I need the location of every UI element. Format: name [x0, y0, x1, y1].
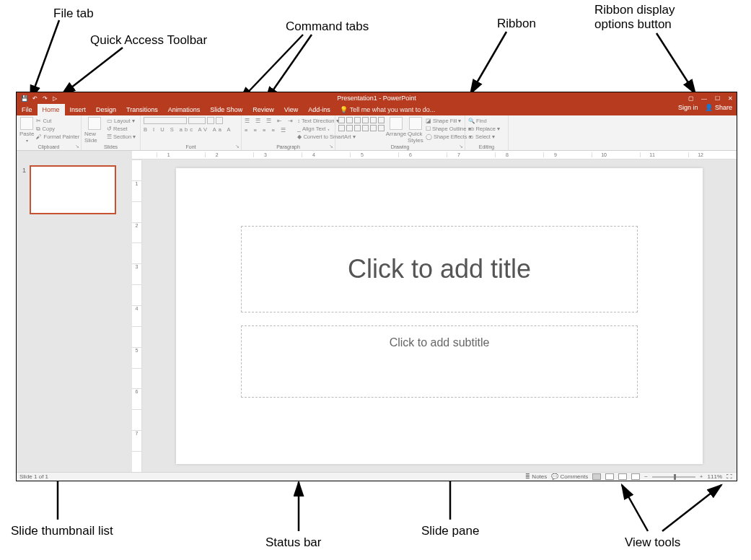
group-label-font: Font: [144, 144, 238, 150]
minimize-button[interactable]: —: [701, 95, 708, 102]
workspace: 1234567 Click to add title Click to add …: [17, 159, 737, 472]
group-paragraph: ☰ ☰ ☰ ⇤ ⇥ ≡ ≡ ≡ ≡ ☰ ↕ Text Direction ▾ ⎯…: [242, 115, 335, 150]
paste-button[interactable]: Paste▾: [19, 117, 34, 143]
font-style-row[interactable]: B I U S abc AV Aa A: [144, 126, 233, 134]
svg-line-1: [61, 48, 123, 95]
undo-icon[interactable]: ↶: [31, 95, 38, 102]
group-font: B I U S abc AV Aa A Font ↘: [141, 115, 242, 150]
maximize-button[interactable]: ☐: [713, 95, 721, 102]
slide[interactable]: Click to add title Click to add subtitle: [176, 168, 703, 464]
align-buttons-row[interactable]: ≡ ≡ ≡ ≡ ☰: [245, 126, 295, 134]
title-placeholder[interactable]: Click to add title: [241, 226, 638, 312]
ribbon: Paste▾ ✂ Cut ⧉ Copy 🖌 Format Painter Cli…: [17, 115, 737, 151]
shape-effects-button[interactable]: ◯ Shape Effects ▾: [426, 133, 472, 141]
section-button[interactable]: ☰ Section ▾: [107, 133, 136, 141]
close-button[interactable]: ✕: [726, 95, 734, 102]
new-slide-button[interactable]: New Slide: [84, 117, 105, 144]
reset-button[interactable]: ↺ Reset: [107, 125, 136, 133]
group-label-drawing: Drawing: [338, 144, 462, 150]
slide-counter: Slide 1 of 1: [19, 473, 48, 480]
svg-line-4: [470, 32, 506, 94]
dialog-launcher-font[interactable]: ↘: [235, 144, 240, 149]
svg-line-0: [30, 20, 59, 100]
shapes-gallery[interactable]: [338, 117, 385, 131]
decrease-font-button[interactable]: [216, 117, 223, 124]
tell-me-search[interactable]: 💡 Tell me what you want to do...: [335, 104, 440, 115]
normal-view-button[interactable]: [592, 473, 601, 480]
tab-add-ins[interactable]: Add-ins: [303, 104, 335, 115]
slide-thumbnail-panel[interactable]: [17, 159, 132, 472]
select-button[interactable]: ▭ Select ▾: [468, 133, 500, 141]
list-buttons-row[interactable]: ☰ ☰ ☰ ⇤ ⇥: [245, 117, 295, 125]
format-painter-button[interactable]: 🖌 Format Painter: [36, 133, 79, 141]
tab-animations[interactable]: Animations: [163, 104, 206, 115]
comments-button[interactable]: 💬 Comments: [551, 473, 588, 480]
save-icon[interactable]: 💾: [21, 95, 28, 102]
group-label-paragraph: Paragraph: [245, 144, 332, 150]
ribbon-display-options-button[interactable]: ▢: [688, 95, 695, 102]
status-bar: Slide 1 of 1 ≣ Notes 💬 Comments − + 111%…: [17, 472, 737, 481]
tabs-row: File Home Insert Design Transitions Anim…: [17, 104, 737, 115]
notes-button[interactable]: ≣ Notes: [525, 473, 547, 480]
group-drawing: Arrange Quick Styles ◪ Shape Fill ▾ ☐ Sh…: [335, 115, 465, 150]
dialog-launcher-clipboard[interactable]: ↘: [75, 144, 79, 149]
group-label-editing: Editing: [468, 144, 505, 150]
svg-line-12: [622, 485, 648, 531]
font-family-select[interactable]: [144, 117, 187, 124]
group-editing: 🔍 Find ab Replace ▾ ▭ Select ▾ Editing: [465, 115, 509, 150]
quick-styles-button[interactable]: Quick Styles: [408, 117, 423, 144]
tab-transitions[interactable]: Transitions: [121, 104, 163, 115]
group-label-slides: Slides: [84, 144, 137, 150]
group-slides: New Slide ▭ Layout ▾ ↺ Reset ☰ Section ▾…: [82, 115, 141, 150]
tab-file[interactable]: File: [17, 104, 38, 115]
find-button[interactable]: 🔍 Find: [468, 117, 500, 125]
layout-button[interactable]: ▭ Layout ▾: [107, 117, 136, 125]
slide-thumbnail-1[interactable]: [30, 165, 116, 214]
title-bar: 💾 ↶ ↷ ▷ Presentation1 - PowerPoint ▢ — ☐…: [17, 92, 737, 104]
tab-insert[interactable]: Insert: [65, 104, 92, 115]
slide-pane[interactable]: Click to add title Click to add subtitle: [142, 159, 737, 472]
replace-button[interactable]: ab Replace ▾: [468, 125, 500, 133]
powerpoint-window: 💾 ↶ ↷ ▷ Presentation1 - PowerPoint ▢ — ☐…: [16, 92, 737, 481]
svg-line-5: [656, 33, 695, 94]
arrange-button[interactable]: Arrange: [387, 117, 405, 137]
tab-design[interactable]: Design: [91, 104, 121, 115]
cut-button[interactable]: ✂ Cut: [36, 117, 79, 125]
group-clipboard: Paste▾ ✂ Cut ⧉ Copy 🖌 Format Painter Cli…: [17, 115, 82, 150]
window-title: Presentation1 - PowerPoint: [337, 95, 416, 102]
slide-sorter-view-button[interactable]: [605, 473, 614, 480]
horizontal-ruler[interactable]: 123456789101112: [132, 151, 737, 159]
tab-view[interactable]: View: [279, 104, 303, 115]
increase-font-button[interactable]: [207, 117, 214, 124]
tab-review[interactable]: Review: [247, 104, 279, 115]
zoom-out-button[interactable]: −: [644, 473, 648, 480]
tab-home[interactable]: Home: [38, 104, 65, 115]
shape-outline-button[interactable]: ☐ Shape Outline ▾: [426, 125, 472, 133]
group-label-clipboard: Clipboard: [19, 144, 78, 150]
quick-access-toolbar: 💾 ↶ ↷ ▷: [17, 95, 58, 102]
zoom-slider[interactable]: [652, 476, 695, 478]
dialog-launcher-paragraph[interactable]: ↘: [329, 144, 333, 149]
svg-line-13: [662, 485, 721, 531]
fit-to-window-button[interactable]: ⛶: [726, 473, 732, 480]
sign-in-link[interactable]: Sign in: [678, 104, 698, 111]
copy-button[interactable]: ⧉ Copy: [36, 125, 79, 133]
slideshow-view-button[interactable]: [631, 473, 640, 480]
start-slideshow-icon[interactable]: ▷: [51, 95, 58, 102]
font-size-select[interactable]: [188, 117, 206, 124]
vertical-ruler[interactable]: 1234567: [132, 159, 142, 472]
dialog-launcher-drawing[interactable]: ↘: [459, 144, 463, 149]
zoom-percent[interactable]: 111%: [708, 473, 722, 480]
subtitle-placeholder[interactable]: Click to add subtitle: [241, 325, 638, 398]
zoom-in-button[interactable]: +: [700, 473, 703, 480]
shape-fill-button[interactable]: ◪ Shape Fill ▾: [426, 117, 472, 125]
redo-icon[interactable]: ↷: [41, 95, 48, 102]
reading-view-button[interactable]: [618, 473, 627, 480]
tab-slide-show[interactable]: Slide Show: [205, 104, 247, 115]
share-button[interactable]: 👤 Share: [705, 104, 732, 111]
